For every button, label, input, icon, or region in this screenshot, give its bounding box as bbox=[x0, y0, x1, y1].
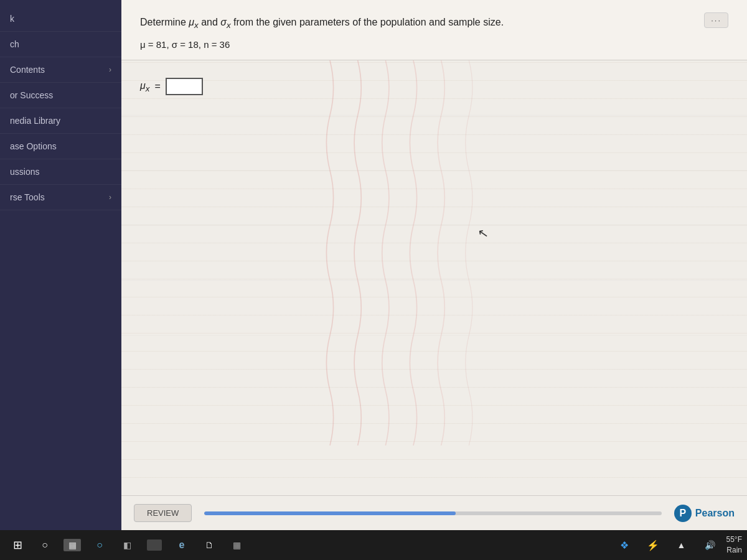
answer-subscript: x bbox=[146, 84, 150, 93]
taskbar-app-6-icon: 🗋 bbox=[205, 540, 214, 550]
taskbar-app-7[interactable]: ▦ bbox=[224, 533, 249, 558]
answer-mu-label: μx bbox=[140, 80, 149, 93]
taskbar-app-2[interactable]: ○ bbox=[87, 533, 112, 558]
pearson-logo: P Pearson bbox=[674, 505, 735, 522]
taskbar-app-7-icon: ▦ bbox=[233, 540, 241, 550]
weather-condition: Rain bbox=[726, 545, 742, 556]
pearson-p-icon: P bbox=[674, 505, 692, 522]
taskbar-network-icon[interactable]: ▲ bbox=[669, 533, 694, 558]
taskbar-speaker-icon[interactable]: 🔊 bbox=[698, 533, 723, 558]
taskbar-app-1-icon: ▦ bbox=[63, 539, 81, 551]
review-button[interactable]: REVIEW bbox=[134, 504, 192, 522]
taskbar-app-3-icon: ◧ bbox=[123, 540, 131, 550]
pearson-text: Pearson bbox=[695, 508, 735, 519]
cursor-indicator: ↖ bbox=[477, 225, 490, 241]
mu-x-answer-input[interactable] bbox=[166, 78, 203, 95]
sidebar-item-course-tools[interactable]: rse Tools › bbox=[0, 185, 121, 210]
lightning-icon: ⚡ bbox=[647, 539, 659, 551]
search-icon: ○ bbox=[42, 539, 48, 551]
sidebar-item-ch[interactable]: ch bbox=[0, 32, 121, 57]
taskbar-lightning-icon[interactable]: ⚡ bbox=[641, 533, 665, 558]
network-icon: ▲ bbox=[677, 540, 686, 550]
speaker-icon: 🔊 bbox=[705, 540, 715, 550]
sidebar-item-discussions[interactable]: ussions bbox=[0, 159, 121, 185]
sigma-x-label: σx bbox=[220, 17, 230, 27]
sidebar: k ch Contents › or Success nedia Library… bbox=[0, 0, 121, 530]
taskbar-clock: 55°F Rain bbox=[726, 534, 742, 556]
equals-sign: = bbox=[154, 81, 160, 92]
taskbar-app-1[interactable]: ▦ bbox=[60, 533, 85, 558]
windows-start-button[interactable]: ⊞ bbox=[5, 533, 30, 558]
more-options-button[interactable]: ··· bbox=[704, 12, 728, 28]
sidebar-item-base-options[interactable]: ase Options bbox=[0, 134, 121, 159]
wavy-background bbox=[121, 60, 747, 446]
taskbar-app-3[interactable]: ◧ bbox=[115, 533, 139, 558]
contents-arrow-icon: › bbox=[109, 65, 111, 74]
content-area: Determine μx and σx from the given param… bbox=[121, 0, 747, 530]
sidebar-item-k[interactable]: k bbox=[0, 6, 121, 32]
taskbar-dropbox-icon[interactable]: ❖ bbox=[612, 533, 637, 558]
content-body: μx = ↖ bbox=[121, 60, 747, 495]
taskbar-app-6[interactable]: 🗋 bbox=[197, 533, 222, 558]
problem-params: μ = 81, σ = 18, n = 36 bbox=[140, 39, 728, 50]
bottom-bar: REVIEW P Pearson bbox=[121, 495, 747, 530]
taskbar-app-5[interactable]: e bbox=[169, 533, 194, 558]
progress-bar-container bbox=[204, 511, 662, 515]
taskbar-app-4-icon bbox=[147, 539, 162, 551]
taskbar-search-button[interactable]: ○ bbox=[32, 533, 57, 558]
taskbar: ⊞ ○ ▦ ○ ◧ e 🗋 ▦ ❖ ⚡ ▲ 🔊 55°F bbox=[0, 530, 747, 560]
sidebar-item-contents[interactable]: Contents › bbox=[0, 57, 121, 83]
problem-title: Determine μx and σx from the given param… bbox=[140, 15, 728, 32]
taskbar-app-4[interactable] bbox=[142, 533, 167, 558]
weather-temp: 55°F bbox=[726, 534, 742, 545]
taskbar-app-5-icon: e bbox=[179, 539, 185, 551]
taskbar-app-2-icon: ○ bbox=[96, 539, 103, 551]
taskbar-right-area: ❖ ⚡ ▲ 🔊 55°F Rain bbox=[612, 533, 742, 558]
content-header: Determine μx and σx from the given param… bbox=[121, 0, 747, 60]
sidebar-item-success[interactable]: or Success bbox=[0, 83, 121, 108]
windows-icon: ⊞ bbox=[13, 538, 22, 552]
answer-line: μx = bbox=[140, 78, 728, 95]
progress-bar-fill bbox=[204, 511, 456, 515]
mu-x-label: μx bbox=[189, 17, 198, 27]
dropbox-icon: ❖ bbox=[620, 539, 629, 551]
sidebar-item-media-library[interactable]: nedia Library bbox=[0, 108, 121, 134]
course-tools-arrow-icon: › bbox=[109, 193, 111, 202]
